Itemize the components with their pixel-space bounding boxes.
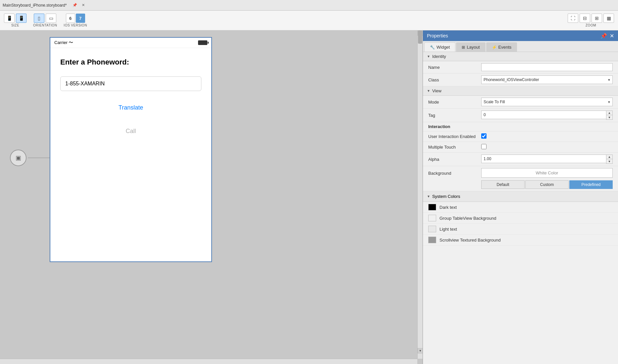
mode-row: Mode Scale To Fill ▼ — [423, 96, 618, 109]
zoom-fit[interactable]: ⛶ — [568, 14, 578, 23]
alpha-input[interactable] — [481, 155, 606, 163]
version-btn-7[interactable]: 7 — [76, 14, 85, 23]
identity-section-label: Identity — [432, 54, 446, 59]
canvas-area: ▣ Carrier 〜 Enter a Phoneword: Translate… — [0, 30, 423, 364]
horizontal-scrollbar[interactable] — [0, 359, 417, 364]
background-label: Background — [428, 171, 481, 176]
scrollview-label: Scrollview Textured Background — [439, 238, 501, 243]
view-collapse-icon[interactable]: ▼ — [427, 89, 430, 93]
toolbar: 📱 📱 SIZE ▯ ▭ ORIENTATION 6 7 iOS VERSION… — [0, 11, 618, 30]
zoom-label: ZOOM — [586, 23, 596, 27]
color-item-light-text[interactable]: Light text — [423, 224, 618, 235]
custom-color-button[interactable]: Custom — [525, 180, 569, 189]
pin-panel-button[interactable]: 📌 — [600, 33, 607, 39]
phoneword-title: Enter a Phoneword: — [60, 58, 201, 67]
vertical-scrollbar[interactable]: ▲ ▼ — [417, 30, 423, 359]
status-bar: Carrier 〜 — [50, 38, 211, 48]
predefined-color-button[interactable]: Predefined — [569, 180, 613, 189]
tag-spinner-buttons: ▲ ▼ — [606, 111, 613, 120]
phoneword-input[interactable] — [60, 76, 201, 91]
interaction-label: Interaction — [428, 124, 450, 129]
identity-collapse-icon[interactable]: ▼ — [427, 55, 430, 58]
multiple-touch-row: Multiple Touch — [423, 142, 618, 153]
tag-spinner-down[interactable]: ▼ — [606, 115, 612, 119]
zoom-in[interactable]: ⊞ — [592, 14, 602, 23]
close-panel-button[interactable]: ✕ — [610, 33, 614, 39]
view-section-label: View — [432, 88, 441, 93]
group-tableview-swatch — [428, 215, 436, 221]
close-button[interactable]: ✕ — [80, 3, 86, 7]
widget-tab-label: Widget — [437, 45, 450, 50]
carrier-label: Carrier 〜 — [54, 40, 73, 46]
header-actions: 📌 ✕ — [600, 33, 614, 39]
color-item-dark-text[interactable]: Dark text — [423, 202, 618, 213]
tag-input[interactable] — [481, 111, 606, 119]
orientation-group: ▯ ▭ ORIENTATION — [33, 14, 57, 27]
default-color-button[interactable]: Default — [481, 180, 525, 189]
orientation-portrait[interactable]: ▯ — [34, 14, 44, 23]
events-tab-icon: ⚡ — [492, 45, 497, 50]
tab-widget[interactable]: 🔧 Widget — [424, 42, 455, 52]
multiple-touch-checkbox[interactable] — [481, 144, 487, 149]
alpha-spinner-buttons: ▲ ▼ — [606, 155, 613, 164]
orientation-landscape[interactable]: ▭ — [46, 14, 56, 23]
name-input[interactable] — [481, 63, 613, 71]
background-buttons-wrapper: Default Custom Predefined — [428, 180, 613, 189]
tag-label: Tag — [428, 113, 481, 118]
version-btn-6[interactable]: 6 — [66, 14, 75, 23]
scroll-down-arrow[interactable]: ▼ — [418, 348, 423, 353]
tag-spinner-up[interactable]: ▲ — [606, 111, 612, 115]
name-value — [481, 63, 613, 71]
size-icons: 📱 📱 — [4, 14, 26, 23]
layout-tab-icon: ⊞ — [462, 45, 465, 50]
properties-content: ▼ Identity Name Class Phoneworld_iOSView… — [423, 52, 618, 364]
widget-tab-icon: 🔧 — [430, 45, 435, 50]
identity-section-header: ▼ Identity — [423, 52, 618, 61]
tag-row: Tag ▲ ▼ — [423, 109, 618, 122]
tab-events[interactable]: ⚡ Events — [486, 42, 517, 52]
dark-text-label: Dark text — [439, 205, 457, 210]
mode-select[interactable]: Scale To Fill — [481, 98, 613, 106]
orientation-icons: ▯ ▭ — [34, 14, 56, 23]
name-label: Name — [428, 65, 481, 70]
scrollview-swatch — [428, 237, 436, 243]
alpha-spinner-down[interactable]: ▼ — [606, 159, 612, 163]
entry-circle: ▣ — [10, 150, 26, 166]
user-interaction-checkbox[interactable] — [481, 133, 487, 139]
iphone-container: Carrier 〜 Enter a Phoneword: Translate C… — [50, 37, 212, 262]
translate-button[interactable]: Translate — [60, 101, 201, 114]
zoom-group: ⛶ ⊟ ⊞ ▦ ZOOM — [568, 14, 614, 27]
battery-icon — [198, 40, 207, 45]
call-button[interactable]: Call — [60, 124, 201, 138]
alpha-spinner-up[interactable]: ▲ — [606, 155, 612, 159]
interaction-header: Interaction — [423, 122, 618, 131]
size-icon-phone[interactable]: 📱 — [4, 14, 15, 23]
zoom-grid[interactable]: ▦ — [603, 14, 614, 23]
dark-text-swatch — [428, 204, 436, 210]
size-icon-tablet[interactable]: 📱 — [16, 14, 26, 23]
alpha-spinner-group: ▲ ▼ — [481, 155, 613, 164]
zoom-out[interactable]: ⊟ — [580, 14, 590, 23]
light-text-swatch — [428, 226, 436, 232]
color-item-scrollview[interactable]: Scrollview Textured Background — [423, 235, 618, 246]
pin-button[interactable]: 📌 — [71, 3, 78, 7]
filename-label: MainStoryboard_iPhone.storyboard* — [3, 3, 67, 8]
user-interaction-row: User Interaction Enabled — [423, 131, 618, 142]
properties-header: Properties 📌 ✕ — [423, 30, 618, 41]
mode-label: Mode — [428, 100, 481, 105]
scroll-thumb[interactable] — [418, 30, 422, 44]
tab-layout[interactable]: ⊞ Layout — [456, 42, 485, 52]
background-row: Background White Color Default Custom Pr… — [423, 166, 618, 191]
alpha-label: Alpha — [428, 157, 481, 162]
system-colors-collapse-icon[interactable]: ▼ — [427, 195, 430, 198]
color-item-group-tableview[interactable]: Group TableView Background — [423, 213, 618, 224]
events-tab-label: Events — [498, 45, 512, 50]
tag-spinner-group: ▲ ▼ — [481, 111, 613, 120]
title-bar-actions: 📌 ✕ — [71, 3, 86, 7]
multiple-touch-value — [481, 144, 613, 150]
background-color-buttons: Default Custom Predefined — [481, 180, 613, 189]
class-select[interactable]: Phoneworld_iOSViewController — [481, 75, 613, 84]
light-text-label: Light text — [439, 227, 457, 232]
iphone-content: Enter a Phoneword: Translate Call — [50, 48, 211, 148]
user-interaction-label: User Interaction Enabled — [428, 134, 481, 139]
